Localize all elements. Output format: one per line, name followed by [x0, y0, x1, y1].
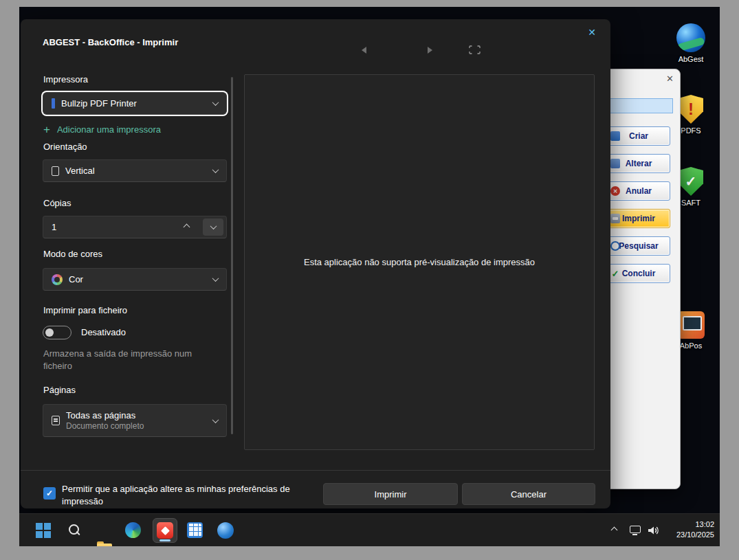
search-button[interactable] [66, 522, 82, 539]
button-label: Pesquisar [619, 241, 658, 251]
pages-label: Páginas [43, 385, 76, 395]
add-printer-link[interactable]: + Adicionar uma impressora [43, 124, 161, 135]
criar-button[interactable]: Criar [607, 126, 670, 146]
button-label: Concluir [622, 269, 656, 278]
alterar-button[interactable]: Alterar [607, 154, 670, 173]
allow-preferences-label: Permitir que a aplicação altere as minha… [62, 483, 315, 508]
abgest-globe-icon [676, 23, 705, 52]
chevron-down-icon [212, 416, 219, 423]
dialog-title: ABGEST - BackOffice - Imprimir [43, 37, 178, 47]
search-icon [610, 241, 620, 251]
cancel-x-icon [610, 186, 620, 196]
color-mode-select[interactable]: Cor [43, 268, 227, 291]
print-preview-area: Esta aplicação não suporta pré-visualiza… [244, 74, 595, 450]
volume-icon[interactable] [648, 525, 660, 536]
copies-decrement-button[interactable] [203, 219, 223, 236]
date: 23/10/2025 [676, 530, 714, 540]
time: 13:02 [676, 519, 714, 530]
chevron-down-icon [212, 275, 219, 282]
check-glyph: ✓ [685, 175, 697, 188]
pages-icon [52, 416, 60, 425]
desktop-icon-label: AbGest [669, 55, 713, 63]
button-label: Imprimir [622, 214, 655, 223]
printer-label: Impressora [43, 74, 88, 85]
check-icon: ✓ [46, 489, 53, 497]
close-icon[interactable]: ✕ [582, 23, 602, 41]
close-icon[interactable]: ✕ [666, 74, 674, 84]
highlighted-text-field[interactable] [600, 98, 673, 113]
settings-scrollbar[interactable] [231, 77, 233, 434]
print-to-file-label: Imprimir para ficheiro [43, 305, 127, 315]
pages-description: Documento completo [66, 421, 144, 431]
add-printer-label: Adicionar uma impressora [57, 124, 161, 135]
orientation-select[interactable]: Vertical [43, 159, 227, 182]
exclamation-glyph: ! [688, 101, 694, 117]
chevron-down-icon [212, 166, 219, 173]
printer-icon [52, 98, 55, 109]
toggle-knob [45, 328, 54, 337]
concluir-button[interactable]: Concluir [607, 264, 670, 283]
pesquisar-button[interactable]: Pesquisar [607, 236, 670, 256]
orientation-selected-value: Vertical [65, 166, 95, 176]
edit-icon [610, 159, 620, 168]
allow-preferences-checkbox[interactable]: ✓ [43, 487, 56, 500]
taskbar: 13:02 23/10/2025 [19, 513, 720, 546]
print-button[interactable]: Imprimir [323, 483, 458, 505]
prev-page-icon[interactable] [362, 47, 366, 54]
pages-text: Todas as páginas Documento completo [66, 410, 144, 431]
pages-selected-value: Todas as páginas [66, 410, 144, 421]
desktop-screen: AbGest ! PDFS ✓ SAFT AbPos ✕ Criar Alter… [19, 7, 720, 546]
imprimir-button-legacy[interactable]: Imprimir [607, 209, 670, 228]
clock[interactable]: 13:02 23/10/2025 [676, 519, 714, 540]
fit-to-page-icon[interactable] [469, 45, 481, 54]
tray-overflow-chevron-icon[interactable] [611, 527, 618, 534]
network-icon[interactable] [630, 526, 641, 533]
toggle-state-label: Desativado [81, 327, 126, 337]
printer-icon [610, 214, 620, 223]
copies-stepper[interactable]: 1 [43, 216, 227, 238]
saft-check-shield-icon: ✓ [679, 167, 703, 196]
printer-selected-value: Bullzip PDF Printer [61, 98, 137, 109]
copies-label: Cópias [43, 198, 71, 208]
cancel-button[interactable]: Cancelar [462, 483, 595, 505]
chevron-down-icon [210, 223, 217, 229]
pages-select[interactable]: Todas as páginas Documento completo [43, 404, 227, 437]
plus-icon: + [43, 124, 50, 135]
print-to-file-description: Armazena a saída de impressão num fichei… [43, 348, 212, 372]
abgest-app-icon [157, 522, 173, 539]
active-indicator [159, 539, 170, 541]
active-app-button[interactable] [153, 518, 177, 543]
printer-select[interactable]: Bullzip PDF Printer [43, 92, 227, 115]
print-dialog: ABGEST - BackOffice - Imprimir ✕ Impress… [21, 19, 610, 508]
color-mode-selected-value: Cor [69, 274, 83, 284]
abpos-terminal-icon [677, 311, 705, 339]
create-icon [610, 131, 620, 141]
next-page-icon[interactable] [428, 47, 432, 54]
grid-app-button[interactable] [187, 522, 203, 538]
file-explorer-button[interactable] [96, 539, 113, 546]
blue-app-button[interactable] [217, 522, 234, 539]
copies-increment-button[interactable] [176, 219, 197, 236]
copies-value: 1 [52, 222, 56, 232]
orientation-label: Orientação [43, 142, 87, 152]
chevron-up-icon [183, 224, 190, 231]
chevron-down-icon [212, 99, 219, 106]
button-label: Criar [629, 131, 648, 141]
color-wheel-icon [52, 274, 63, 285]
color-mode-label: Modo de cores [43, 249, 102, 259]
edge-browser-button[interactable] [125, 522, 141, 538]
anular-button[interactable]: Anular [607, 181, 670, 201]
print-to-file-toggle[interactable] [43, 326, 71, 339]
button-label: Anular [626, 186, 652, 196]
button-label: Alterar [626, 159, 652, 168]
preview-message: Esta aplicação não suporta pré-visualiza… [304, 257, 535, 267]
portrait-page-icon [52, 166, 59, 176]
start-button[interactable] [36, 522, 52, 539]
pdfs-warning-shield-icon: ! [679, 95, 703, 124]
footer-divider [21, 470, 610, 471]
check-icon [610, 269, 620, 278]
desktop-icon-abgest[interactable]: AbGest [669, 23, 713, 63]
